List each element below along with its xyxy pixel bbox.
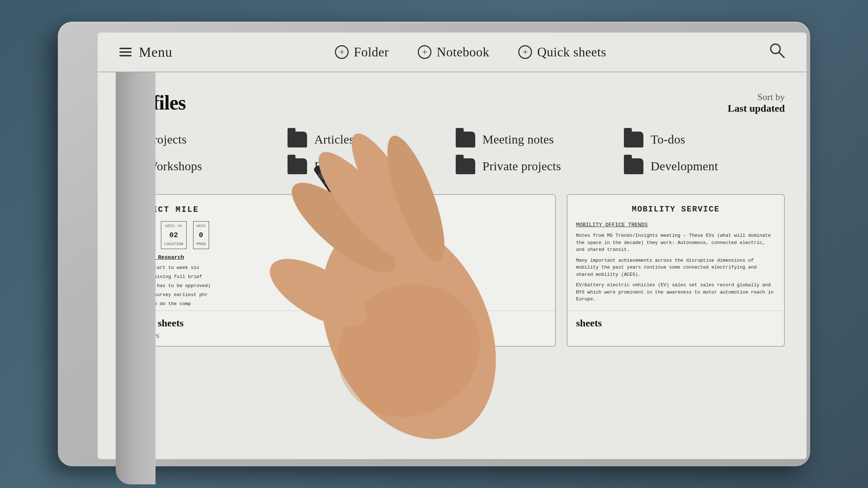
sort-label: Sort by	[728, 92, 785, 103]
add-quicksheets-button[interactable]: + Quick sheets	[518, 44, 606, 60]
add-notebook-button[interactable]: + Notebook	[418, 44, 489, 60]
add-folder-button[interactable]: + Folder	[335, 44, 389, 60]
folder-name: Private projects	[482, 159, 561, 173]
folder-icon	[288, 132, 307, 147]
add-folder-icon: +	[335, 45, 349, 59]
search-icon	[769, 42, 785, 62]
hamburger-icon	[119, 48, 132, 56]
folder-articles[interactable]: Articles	[288, 132, 448, 147]
doc-card-quicksheets[interactable]: PROJECT MILE WEEK 45 01 RESEARCH WEEK 46…	[119, 194, 556, 347]
doc-card-title: Quick sheets	[129, 317, 546, 329]
device-screen: Menu + Folder + Notebook + Quick sheets	[98, 33, 807, 459]
docs-preview: PROJECT MILE WEEK 45 01 RESEARCH WEEK 46…	[119, 194, 785, 347]
folder-name: Reports	[314, 159, 353, 173]
folders-grid: Projects Articles Meeting notes To-dos W	[119, 132, 785, 174]
add-notebook-label: Notebook	[437, 44, 489, 60]
hw-week-2: WEEK 46 02 LOCATION	[161, 221, 187, 249]
mobility-content: MOBILITY SERVICE MOBILITY OFFICE TRENDS …	[576, 204, 775, 303]
files-header: My files Sort by Last updated	[119, 91, 785, 114]
hw-phase: Phase 1: Research	[129, 253, 546, 262]
svg-line-1	[779, 52, 784, 57]
hw-doc-title: PROJECT MILE	[129, 204, 546, 216]
add-notebook-icon: +	[418, 45, 431, 59]
folder-meeting-notes[interactable]: Meeting notes	[456, 132, 617, 147]
scene: Menu + Folder + Notebook + Quick sheets	[0, 0, 868, 488]
hw-weeks: WEEK 45 01 RESEARCH WEEK 46 02 LOCATION	[129, 221, 546, 249]
folder-name: Meeting notes	[482, 133, 554, 146]
search-button[interactable]	[769, 42, 785, 62]
doc-card-mobility[interactable]: MOBILITY SERVICE MOBILITY OFFICE TRENDS …	[567, 194, 785, 347]
folder-name: To-dos	[651, 133, 685, 146]
handwritten-content: PROJECT MILE WEEK 45 01 RESEARCH WEEK 46…	[129, 204, 546, 311]
menu-button[interactable]: Menu	[119, 44, 173, 60]
mobility-text-2: Many important achievements across the d…	[576, 257, 775, 278]
doc-card-pages: 42 pages	[129, 330, 546, 340]
doc-card-footer: Quick sheets 42 pages	[120, 311, 555, 346]
mobility-subtitle: MOBILITY OFFICE TRENDS	[576, 221, 775, 229]
add-quicksheets-label: Quick sheets	[537, 44, 606, 60]
folder-icon	[624, 158, 643, 174]
mobility-title: MOBILITY SERVICE	[576, 204, 775, 216]
device-spine	[116, 47, 156, 484]
folder-name: Development	[651, 159, 718, 173]
folder-icon	[456, 158, 475, 174]
doc-card-footer-mobility: sheets	[567, 311, 784, 335]
add-quicksheets-icon: +	[518, 45, 532, 59]
nav-center: + Folder + Notebook + Quick sheets	[335, 44, 606, 60]
nav-bar: Menu + Folder + Notebook + Quick sheets	[98, 33, 807, 72]
folder-reports[interactable]: Reports	[288, 158, 448, 174]
main-content: My files Sort by Last updated Projects A…	[98, 73, 807, 459]
doc-card-title-mobility: sheets	[576, 317, 775, 329]
doc-card-content: PROJECT MILE WEEK 45 01 RESEARCH WEEK 46…	[120, 195, 555, 311]
folder-name: Articles	[314, 133, 354, 146]
mobility-text-3: EV/battery electric vehicles (EV) sales …	[576, 282, 775, 303]
folder-icon	[624, 132, 643, 147]
add-folder-label: Folder	[354, 44, 389, 60]
sort-value: Last updated	[728, 103, 785, 114]
folder-development[interactable]: Development	[624, 158, 785, 174]
doc-card-content: MOBILITY SERVICE MOBILITY OFFICE TRENDS …	[567, 195, 784, 311]
folder-icon	[456, 132, 475, 147]
folder-todos[interactable]: To-dos	[624, 132, 785, 147]
hw-week-3: WEEK 0 PROD	[193, 221, 209, 249]
sort-container[interactable]: Sort by Last updated	[728, 92, 785, 114]
folder-private-projects[interactable]: Private projects	[456, 158, 617, 174]
mobility-text-1: Notes from MS Trends/Insights meeting – …	[576, 232, 775, 253]
menu-label: Menu	[139, 44, 173, 60]
folder-icon	[288, 158, 307, 174]
